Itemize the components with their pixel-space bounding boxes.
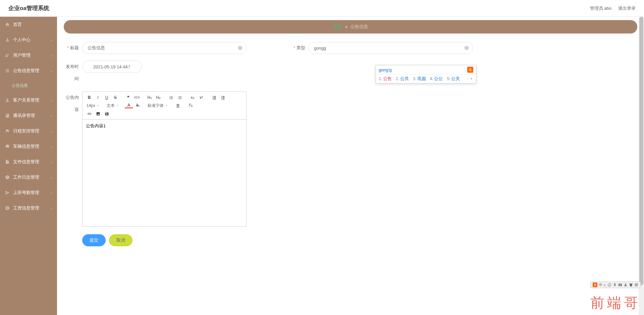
sidebar-item-7[interactable]: 车辆信息管理 <box>0 139 57 154</box>
chevron-down-icon <box>50 129 53 133</box>
font-size-select[interactable]: 14px <box>85 103 101 108</box>
chevron-down-icon <box>50 114 53 117</box>
sidebar-item-6[interactable]: 日程安排管理 <box>0 123 57 139</box>
chevron-down-icon <box>50 54 53 57</box>
ime-composition: gong'g <box>379 67 392 72</box>
users-icon <box>5 53 10 58</box>
ime-candidate-2[interactable]: 3.巩固 <box>413 76 426 82</box>
sidebar-item-10[interactable]: 上班考勤管理 <box>0 185 57 200</box>
sidebar-item-4[interactable]: 客户关系管理 <box>0 92 57 108</box>
chevron-down-icon <box>50 99 53 102</box>
app-logo: 企业oa管理系统 <box>8 4 49 12</box>
flag-icon <box>5 129 10 133</box>
title-input[interactable] <box>82 42 247 54</box>
send-icon <box>5 190 10 195</box>
chevron-up-icon <box>50 69 53 72</box>
chevron-down-icon <box>50 191 53 194</box>
title-label: 标题 <box>64 42 82 54</box>
sidebar-item-5[interactable]: 通讯录管理 <box>0 108 57 123</box>
car-icon <box>5 144 10 149</box>
clock-icon <box>5 175 10 180</box>
sidebar-item-11[interactable]: 工资信息管理 <box>0 200 57 216</box>
ime-candidate-3[interactable]: 4.公公 <box>430 76 443 82</box>
bold-icon[interactable]: B <box>85 94 93 101</box>
ime-candidate-4[interactable]: 5.公关 <box>447 76 460 82</box>
ime-candidate-0[interactable]: 1.公告 <box>379 76 392 82</box>
h2-icon[interactable]: H₂ <box>154 94 162 101</box>
superscript-icon[interactable]: x² <box>197 94 205 101</box>
align-icon[interactable] <box>174 102 182 109</box>
cancel-button[interactable]: 取消 <box>109 234 132 246</box>
list-bullet-icon[interactable] <box>176 94 184 101</box>
breadcrumb-separator: ★ <box>345 25 348 29</box>
user-icon <box>5 98 10 103</box>
clear-icon[interactable] <box>464 46 469 50</box>
sidebar-item-2[interactable]: 用户管理 <box>0 48 57 63</box>
sidebar-subitem[interactable]: 公告信息 <box>0 78 57 92</box>
sidebar-item-8[interactable]: 文件信息管理 <box>0 154 57 170</box>
chevron-down-icon <box>50 160 53 164</box>
h1-icon[interactable]: H₁ <box>146 94 154 101</box>
ime-nav[interactable] <box>466 77 473 80</box>
submit-button[interactable]: 提交 <box>82 234 106 246</box>
list-ordered-icon[interactable] <box>167 94 175 101</box>
quote-icon[interactable]: ❝ <box>124 94 132 101</box>
sidebar-item-1[interactable]: 个人中心 <box>0 32 57 48</box>
breadcrumb: 首页 ★ 公告信息 <box>64 20 637 34</box>
indent-icon[interactable] <box>219 94 227 101</box>
ime-candidates: 1.公告2.公共3.巩固4.公公5.公关 <box>376 74 476 83</box>
scrollbar-thumb[interactable] <box>639 17 643 285</box>
logout-link[interactable]: 退出登录 <box>618 5 636 11</box>
breadcrumb-current: 公告信息 <box>351 24 368 30</box>
chevron-down-icon <box>50 176 53 179</box>
publish-label: 发布时间 <box>64 61 82 85</box>
subscript-icon[interactable]: x₂ <box>189 94 197 101</box>
grid-icon <box>5 68 10 73</box>
publish-date-input[interactable] <box>82 61 142 73</box>
ime-candidate-1[interactable]: 2.公共 <box>396 76 409 82</box>
type-label: 类型 <box>290 42 309 54</box>
strike-icon[interactable]: S <box>111 94 119 101</box>
user-label[interactable]: 管理员 abo <box>590 5 611 11</box>
main-content: 首页 ★ 公告信息 标题 类型 发布时间 <box>57 17 644 315</box>
scrollbar[interactable] <box>639 17 644 315</box>
sidebar-item-9[interactable]: 工作日志管理 <box>0 170 57 185</box>
type-input[interactable] <box>309 42 473 54</box>
save-icon[interactable] <box>103 110 111 117</box>
underline-icon[interactable]: U <box>103 94 111 101</box>
sidebar-item-3[interactable]: 公告信息管理 <box>0 63 57 78</box>
file-icon <box>5 160 10 164</box>
sidebar-item-0[interactable]: 首页 <box>0 17 57 32</box>
header-right: 管理员 abo 退出登录 <box>590 5 636 11</box>
sogou-logo-icon: S <box>467 67 473 73</box>
link-icon[interactable] <box>85 110 93 117</box>
ime-popup: gong'g S 1.公告2.公共3.巩固4.公公5.公关 <box>376 65 476 83</box>
text-type-select[interactable]: 文本 <box>105 103 120 109</box>
chevron-down-icon <box>50 145 53 148</box>
money-icon <box>5 206 10 210</box>
code-icon[interactable]: </> <box>133 94 141 101</box>
text-color-icon[interactable]: A <box>125 103 133 108</box>
outdent-icon[interactable] <box>210 94 218 101</box>
bg-color-icon[interactable] <box>133 102 142 109</box>
header: 企业oa管理系统 管理员 abo 退出登录 <box>0 0 644 17</box>
clear-icon[interactable] <box>238 46 243 50</box>
chevron-down-icon <box>50 38 53 42</box>
content-textarea[interactable] <box>82 119 247 227</box>
book-icon <box>5 113 10 118</box>
clear-format-icon[interactable]: Tx <box>186 102 195 109</box>
italic-icon[interactable]: I <box>94 94 102 101</box>
editor-toolbar: B I U S ❝ </> H₁ H₂ <box>82 91 247 119</box>
sidebar: 首页个人中心用户管理公告信息管理公告信息客户关系管理通讯录管理日程安排管理车辆信… <box>0 17 57 315</box>
chevron-down-icon <box>50 206 53 210</box>
rich-editor: B I U S ❝ </> H₁ H₂ <box>82 91 247 228</box>
user-icon <box>5 38 10 42</box>
font-family-select[interactable]: 标准字体 <box>146 103 169 109</box>
breadcrumb-home[interactable]: 首页 <box>333 24 342 30</box>
image-icon[interactable] <box>94 110 102 117</box>
home-icon <box>5 22 10 27</box>
content-label: 公告内容 <box>64 91 82 116</box>
